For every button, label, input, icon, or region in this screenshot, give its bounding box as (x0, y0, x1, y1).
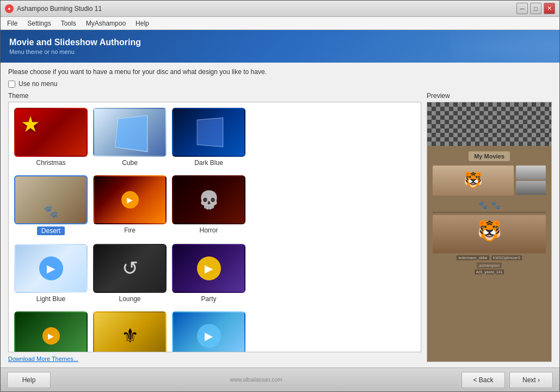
app-window: ● Ashampoo Burning Studio 11 ─ □ ✕ File … (0, 0, 560, 392)
row4b-overlay: ⚜ (94, 313, 165, 352)
row4b-fleur-icon: ⚜ (121, 324, 139, 347)
no-menu-check: Use no menu (8, 80, 552, 88)
fire-overlay: ▶ (94, 176, 165, 223)
menu-settings[interactable]: Settings (23, 19, 55, 28)
theme-row-2: ▶ Light Blue ↺ (14, 244, 415, 303)
title-bar-left: ● Ashampoo Burning Studio 11 (5, 4, 102, 13)
paw-icon-2: 🐾 (491, 201, 500, 210)
party-overlay: ▶ (173, 245, 244, 292)
theme-item-row4a[interactable]: ▶ (14, 311, 88, 352)
preview-lbl-1: ledermann_stilbe (457, 255, 489, 260)
theme-item-horror[interactable]: 💀 Horror (172, 175, 245, 235)
theme-item-darkblue[interactable]: Dark Blue (172, 108, 245, 167)
theme-name-christmas: Christmas (36, 159, 65, 167)
app-icon: ● (5, 4, 14, 13)
minimize-button[interactable]: ─ (516, 3, 528, 14)
no-menu-checkbox[interactable] (8, 81, 15, 88)
next-button[interactable]: Next › (509, 372, 553, 388)
row4c-overlay: ▶ (173, 313, 244, 352)
close-button[interactable]: ✕ (544, 3, 555, 14)
theme-item-row4b[interactable]: ⚜ (93, 311, 167, 352)
theme-name-cube: Cube (122, 159, 138, 167)
theme-row-1: 🐾 Desert ▶ (14, 175, 415, 235)
theme-name-fire: Fire (124, 226, 136, 234)
cube-overlay (94, 109, 165, 156)
theme-item-lounge[interactable]: ↺ Lounge (93, 244, 167, 303)
theme-item-row4c[interactable]: ▶ (172, 311, 245, 352)
theme-thumb-row4a: ▶ (14, 311, 88, 352)
theme-item-fire[interactable]: ▶ Fire (93, 175, 167, 235)
theme-grid[interactable]: ★ Christmas (9, 102, 421, 352)
theme-row-0: ★ Christmas (14, 108, 415, 167)
preview-image: My Movies 🐾 🐾 (427, 102, 552, 362)
darkblue-shape (196, 118, 223, 147)
preview-checker (427, 102, 551, 146)
darkblue-overlay (173, 109, 244, 156)
theme-label: Theme (8, 92, 421, 100)
theme-name-lounge: Lounge (119, 295, 140, 303)
row4a-play-icon: ▶ (42, 327, 60, 345)
theme-thumb-darkblue (172, 108, 245, 157)
header-title: Movie and Slideshow Authoring (9, 38, 551, 47)
row4a-overlay: ▶ (15, 313, 87, 352)
menu-myashampoo[interactable]: MyAshampoo (82, 19, 130, 28)
menu-help[interactable]: Help (131, 19, 153, 28)
row4c-play-icon: ▶ (197, 324, 221, 348)
download-themes-link[interactable]: Download More Themes... (8, 356, 421, 362)
theme-item-christmas[interactable]: ★ Christmas (14, 108, 88, 167)
lightblue-overlay: ▶ (15, 245, 87, 292)
theme-thumb-desert: 🐾 (14, 175, 88, 224)
no-menu-label[interactable]: Use no menu (19, 80, 57, 88)
theme-item-party[interactable]: ▶ Party (172, 244, 245, 303)
help-button[interactable]: Help (7, 372, 51, 388)
theme-name-horror: Horror (199, 226, 218, 234)
back-button[interactable]: < Back (461, 372, 505, 388)
preview-content: My Movies 🐾 🐾 (427, 146, 551, 362)
theme-thumb-cube (93, 108, 167, 157)
theme-row-3: ▶ ⚜ (14, 311, 415, 352)
title-text: Ashampoo Burning Studio 11 (17, 5, 102, 13)
theme-name-party: Party (201, 295, 216, 303)
preview-title-box: My Movies (469, 151, 510, 161)
title-bar-controls: ─ □ ✕ (516, 3, 555, 14)
footer-website: www.albailassan.com (230, 377, 282, 383)
preview-vid-small-1 (516, 166, 546, 180)
theme-name-desert: Desert (37, 226, 65, 235)
preview-lbl-2: KWSOptimizer3 (491, 255, 522, 260)
main-content: Please choose if you want to have a menu… (1, 63, 559, 367)
theme-item-cube[interactable]: Cube (93, 108, 167, 167)
theme-item-desert[interactable]: 🐾 Desert (14, 175, 88, 235)
theme-thumb-fire: ▶ (93, 175, 167, 224)
christmas-overlay: ★ (15, 109, 87, 156)
fire-play-icon: ▶ (121, 191, 139, 209)
party-play-icon: ▶ (197, 256, 221, 280)
lightblue-play-icon: ▶ (39, 256, 63, 280)
lounge-arrow-icon: ↺ (122, 257, 138, 280)
theme-thumb-lounge: ↺ (93, 244, 167, 293)
christmas-star-icon: ★ (21, 112, 40, 137)
preview-label: Preview (427, 92, 552, 100)
preview-vid-thumb-main (433, 166, 514, 195)
desert-paw-icon: 🐾 (44, 205, 58, 219)
preview-label-row: ledermann_stilbe KWSOptimizer3 (457, 255, 521, 260)
header-banner: Movie and Slideshow Authoring Menu theme… (1, 30, 559, 63)
lounge-overlay: ↺ (94, 245, 165, 292)
theme-name-darkblue: Dark Blue (194, 159, 223, 167)
theme-thumb-lightblue: ▶ (14, 244, 88, 293)
theme-name-lightblue: Light Blue (36, 295, 65, 303)
instruction-text: Please choose if you want to have a menu… (8, 68, 552, 76)
theme-thumb-christmas: ★ (14, 108, 88, 157)
header-subtitle: Menu theme or no menu (9, 48, 551, 55)
horror-overlay: 💀 (173, 176, 244, 223)
theme-thumb-horror: 💀 (172, 175, 245, 224)
theme-grid-container: ★ Christmas (8, 102, 421, 352)
theme-thumb-row4c: ▶ (172, 311, 245, 352)
maximize-button[interactable]: □ (530, 3, 541, 14)
footer: Help www.albailassan.com < Back Next › (1, 367, 559, 391)
paw-icon-1: 🐾 (478, 201, 488, 210)
title-bar: ● Ashampoo Burning Studio 11 ─ □ ✕ (1, 1, 559, 17)
menu-file[interactable]: File (3, 19, 22, 28)
theme-item-lightblue[interactable]: ▶ Light Blue (14, 244, 88, 303)
preview-paw-row: 🐾 🐾 (478, 201, 500, 210)
menu-tools[interactable]: Tools (57, 19, 81, 28)
